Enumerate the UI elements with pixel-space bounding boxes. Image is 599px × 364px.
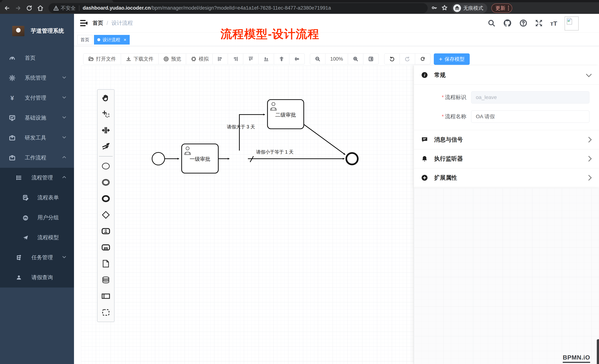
process-name-input[interactable] xyxy=(471,110,589,123)
align-button-group xyxy=(212,53,305,65)
github-icon[interactable] xyxy=(503,19,512,28)
tag-label: 首页 xyxy=(80,37,89,43)
sidebar-item-infra[interactable]: 基础设施 xyxy=(0,108,74,128)
incognito-badge[interactable]: 无痕模式 xyxy=(452,3,487,13)
tag-design-process[interactable]: 设计流程 × xyxy=(94,35,130,44)
bookmark-star-icon[interactable] xyxy=(441,5,448,12)
align-right-icon[interactable] xyxy=(228,53,243,65)
flow-label-le1[interactable]: 请假小于等于 1 天 xyxy=(256,149,294,154)
back-icon[interactable] xyxy=(3,4,11,12)
bpmn-io-watermark[interactable]: BPMN.iO xyxy=(563,354,590,363)
sidebar-item-system[interactable]: 系统管理 xyxy=(0,68,74,88)
bpmn-canvas[interactable]: 一级审批 二级审批 请假大于 3 天 请假小于等于 1 天 xyxy=(81,66,414,364)
avatar[interactable] xyxy=(564,17,579,31)
process-key-input[interactable] xyxy=(471,91,589,103)
reload-icon[interactable] xyxy=(25,4,33,12)
zoom-out-icon[interactable] xyxy=(310,53,326,65)
sidebar-item-home[interactable]: 首页 xyxy=(0,48,74,68)
align-top-icon[interactable] xyxy=(243,53,259,65)
undo-icon[interactable] xyxy=(384,53,400,65)
flow-label-gt3[interactable]: 请假大于 3 天 xyxy=(227,124,255,129)
process-name-field: *流程名称 xyxy=(414,108,599,125)
chevron-up-icon xyxy=(62,155,67,161)
main-area: 首页 / 设计流程 ᴛT 首页 设计流程 × xyxy=(74,14,599,364)
align-left-icon[interactable] xyxy=(212,53,228,65)
properties-panel: i 常规 *流程标识 *流程名称 消息与信号 xyxy=(414,66,599,188)
section-extended-attrs[interactable]: 扩展属性 xyxy=(414,168,599,187)
sidebar-item-payment[interactable]: ¥ 支付管理 xyxy=(0,88,74,108)
sidebar-item-user-group[interactable]: 用户分组 xyxy=(0,208,74,228)
save-model-button[interactable]: + 保存模型 xyxy=(434,53,470,65)
close-icon[interactable]: × xyxy=(123,37,126,43)
security-status[interactable]: 不安全 xyxy=(53,5,76,11)
zoom-level[interactable]: 100% xyxy=(326,53,348,65)
tags-bar: 首页 设计流程 × xyxy=(74,33,599,46)
field-label: *流程名称 xyxy=(414,113,471,120)
monitor-icon xyxy=(9,115,16,121)
annotation-text: 流程模型-设计流程 xyxy=(220,26,319,42)
browser-actions: 无痕模式 更新 xyxy=(431,3,512,13)
forward-icon[interactable] xyxy=(14,4,22,12)
sidebar-item-label: 流程模型 xyxy=(37,234,59,241)
download-file-button[interactable]: 下载文件 xyxy=(121,53,159,65)
section-execution-listener[interactable]: 执行监听器 xyxy=(414,149,599,168)
align-center-horizontal-icon[interactable] xyxy=(274,53,289,65)
person-icon xyxy=(16,274,22,281)
align-bottom-icon[interactable] xyxy=(259,53,274,65)
browser-active-tab[interactable] xyxy=(1,0,113,2)
start-event[interactable] xyxy=(152,152,165,165)
key-icon[interactable] xyxy=(431,5,437,12)
sidebar-item-process-model[interactable]: 流程模型 xyxy=(0,228,74,248)
breadcrumb-current: 设计流程 xyxy=(111,19,133,27)
app-title: 芋道管理系统 xyxy=(31,27,64,35)
browser-menu-icon[interactable] xyxy=(508,6,509,10)
sidebar-item-process-form[interactable]: 流程表单 xyxy=(0,188,74,208)
button-label: 保存模型 xyxy=(445,56,465,62)
help-icon[interactable] xyxy=(519,19,528,28)
breadcrumb-home[interactable]: 首页 xyxy=(92,19,103,27)
browser-tabstrip xyxy=(0,0,599,2)
section-general[interactable]: i 常规 xyxy=(414,66,599,85)
tag-home[interactable]: 首页 xyxy=(77,35,92,44)
flow-task2-to-end[interactable] xyxy=(304,124,345,155)
search-icon[interactable] xyxy=(487,19,496,28)
home-icon[interactable] xyxy=(36,4,44,12)
button-label: 下载文件 xyxy=(133,56,154,62)
chevron-up-icon xyxy=(62,175,67,181)
sidebar-item-label: 请假查询 xyxy=(31,274,53,281)
task-level2-label: 二级审批 xyxy=(275,112,296,118)
redo-icon[interactable] xyxy=(400,53,415,65)
bpmn-diagram: 一级审批 二级审批 请假大于 3 天 请假小于等于 1 天 xyxy=(81,66,414,364)
message-icon xyxy=(421,136,429,143)
refresh-icon[interactable] xyxy=(415,53,431,65)
paper-plane-icon xyxy=(22,235,29,241)
yen-icon: ¥ xyxy=(9,94,16,102)
end-event[interactable] xyxy=(346,153,358,164)
font-size-icon[interactable]: ᴛT xyxy=(550,20,557,27)
address-bar[interactable]: 不安全 dashboard.yudao.iocoder.cn/bpm/manag… xyxy=(48,3,428,13)
fullscreen-icon[interactable] xyxy=(535,19,543,28)
section-title: 扩展属性 xyxy=(434,174,581,182)
sidebar-logo-row: 芋道管理系统 xyxy=(0,14,74,48)
zoom-reset-icon[interactable] xyxy=(363,53,379,65)
dashboard-icon xyxy=(9,55,16,61)
align-center-vertical-icon[interactable] xyxy=(289,53,305,65)
sidebar-item-label: 研发工具 xyxy=(25,134,46,142)
simulate-button[interactable]: 模拟 xyxy=(186,53,214,65)
sidebar-toggle-icon[interactable] xyxy=(79,19,88,27)
section-message-signal[interactable]: 消息与信号 xyxy=(414,130,599,149)
open-file-button[interactable]: 打开文件 xyxy=(83,53,121,65)
zoom-in-icon[interactable] xyxy=(348,53,363,65)
sidebar-item-leave-query[interactable]: 请假查询 xyxy=(0,268,74,288)
browser-toolbar: 不安全 dashboard.yudao.iocoder.cn/bpm/manag… xyxy=(0,2,599,14)
sidebar-item-workflow[interactable]: 工作流程 xyxy=(0,148,74,168)
preview-button[interactable]: 预览 xyxy=(159,53,186,65)
sidebar-item-devtools[interactable]: 研发工具 xyxy=(0,128,74,148)
workflow-submenu: 流程管理 流程表单 用户分组 流程模型 xyxy=(0,168,74,288)
sidebar-item-process-mgmt[interactable]: 流程管理 xyxy=(0,168,74,188)
update-button[interactable]: 更新 xyxy=(491,3,512,13)
chevron-right-icon xyxy=(586,156,592,161)
sidebar-item-task-mgmt[interactable]: 任务管理 xyxy=(0,248,74,268)
button-label: 打开文件 xyxy=(96,56,116,62)
flow-gateway-to-task2[interactable] xyxy=(239,115,265,151)
